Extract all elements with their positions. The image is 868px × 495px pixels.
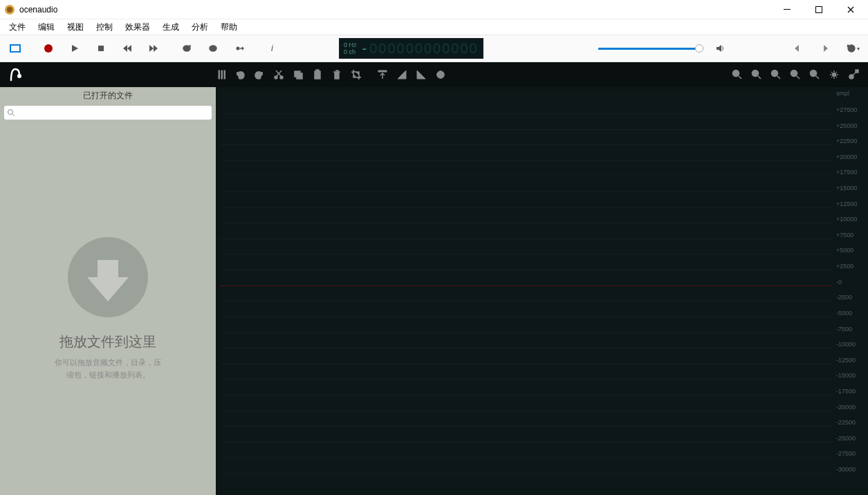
zoom-in-button[interactable] xyxy=(728,66,746,84)
svg-rect-11 xyxy=(221,71,223,79)
ruler-tick: -12500 xyxy=(836,357,856,364)
ruler-tick: -7500 xyxy=(836,326,852,333)
svg-point-21 xyxy=(439,73,442,76)
search-icon xyxy=(7,109,15,117)
sidebar: 已打开的文件 拖放文件到这里 你可以拖放音频文件，目录，压 缩包，链接和播放列表… xyxy=(0,87,216,495)
menu-analyze[interactable]: 分析 xyxy=(185,20,214,35)
marker-icon[interactable] xyxy=(844,66,862,84)
download-arrow-icon xyxy=(66,236,149,319)
play-button[interactable] xyxy=(65,39,84,58)
ruler-tick: -22500 xyxy=(836,419,856,426)
svg-rect-2 xyxy=(784,9,791,10)
paste-button[interactable] xyxy=(308,66,326,84)
menu-help[interactable]: 帮助 xyxy=(214,20,243,35)
loop-button[interactable] xyxy=(177,39,196,58)
main-content: 已打开的文件 拖放文件到这里 你可以拖放音频文件，目录，压 缩包，链接和播放列表… xyxy=(0,87,868,495)
history-button[interactable]: ▾ xyxy=(843,39,862,58)
crop-button[interactable] xyxy=(347,66,365,84)
svg-point-28 xyxy=(833,73,836,77)
ruler-tick: +27500 xyxy=(836,106,857,113)
nav-back-button[interactable] xyxy=(788,39,807,58)
minimize-button[interactable] xyxy=(771,0,803,19)
svg-text:i: i xyxy=(271,44,274,53)
svg-rect-3 xyxy=(816,6,822,12)
svg-point-24 xyxy=(772,71,778,77)
menu-generate[interactable]: 生成 xyxy=(156,20,185,35)
svg-rect-4 xyxy=(98,46,104,51)
delete-button[interactable] xyxy=(328,66,346,84)
zoom-fit-button[interactable] xyxy=(786,66,804,84)
redo-button[interactable] xyxy=(250,66,268,84)
undo-button[interactable] xyxy=(231,66,249,84)
zoom-vertical-button[interactable] xyxy=(806,66,824,84)
drop-title: 拖放文件到这里 xyxy=(59,333,156,351)
svg-point-31 xyxy=(8,110,13,115)
zoom-selection-button[interactable] xyxy=(767,66,785,84)
ruler-tick: -10000 xyxy=(836,341,856,348)
waveform-area: smpl +27500+25000+22500+20000+17500+1500… xyxy=(216,87,868,495)
stop-button[interactable] xyxy=(91,39,111,58)
fade-out-button[interactable] xyxy=(412,66,430,84)
ruler-tick: +20000 xyxy=(836,153,857,160)
loop-selection-button[interactable] xyxy=(203,39,223,58)
ruler-tick: -20000 xyxy=(836,404,856,411)
ruler-tick: +15000 xyxy=(836,185,857,192)
close-button[interactable] xyxy=(835,0,867,19)
drop-subtitle: 你可以拖放音频文件，目录，压 缩包，链接和播放列表。 xyxy=(55,357,161,381)
svg-rect-26 xyxy=(793,72,795,75)
drop-zone[interactable]: 拖放文件到这里 你可以拖放音频文件，目录，压 缩包，链接和播放列表。 xyxy=(0,122,216,495)
speaker-icon[interactable] xyxy=(710,39,730,58)
ruler-tick: +10000 xyxy=(836,216,857,223)
record-button[interactable] xyxy=(39,39,58,58)
waveform-canvas[interactable] xyxy=(220,91,832,495)
nav-forward-button[interactable] xyxy=(815,39,835,58)
ruler-tick: -0 xyxy=(836,279,842,286)
drag-handle-icon[interactable] xyxy=(213,66,231,84)
ruler-tick: -5000 xyxy=(836,310,852,317)
menubar: 文件 编辑 视图 控制 效果器 生成 分析 帮助 xyxy=(0,19,868,35)
effects-button[interactable] xyxy=(432,66,450,84)
window-controls xyxy=(771,0,867,19)
zoom-out-button[interactable] xyxy=(748,66,766,84)
menu-control[interactable]: 控制 xyxy=(90,20,119,35)
sidebar-header: 已打开的文件 xyxy=(0,87,216,106)
maximize-button[interactable] xyxy=(803,0,835,19)
svg-rect-30 xyxy=(856,70,858,73)
app-icon xyxy=(4,4,15,15)
menu-effects[interactable]: 效果器 xyxy=(119,20,156,35)
menu-view[interactable]: 视图 xyxy=(61,20,90,35)
fade-in-button[interactable] xyxy=(393,66,411,84)
time-digits: -000000000000 xyxy=(362,41,479,57)
window-title: ocenaudio xyxy=(19,5,771,15)
rewind-button[interactable] xyxy=(118,39,137,58)
ruler-tick: -15000 xyxy=(836,372,856,379)
ruler-tick: +12500 xyxy=(836,200,857,207)
svg-point-13 xyxy=(275,76,277,79)
info-button[interactable]: i xyxy=(263,39,282,58)
copy-button[interactable] xyxy=(289,66,307,84)
svg-point-6 xyxy=(237,47,240,50)
settings-icon[interactable] xyxy=(825,66,843,84)
svg-rect-10 xyxy=(219,71,220,79)
svg-point-5 xyxy=(212,48,214,50)
titlebar: ocenaudio xyxy=(0,0,868,19)
ruler-tick: +25000 xyxy=(836,122,857,129)
menu-edit[interactable]: 编辑 xyxy=(32,20,61,35)
sidebar-search[interactable] xyxy=(4,106,212,120)
ruler-tick: -2500 xyxy=(836,294,852,301)
svg-point-14 xyxy=(280,76,283,79)
channels-label: 0 ch xyxy=(344,48,357,55)
forward-button[interactable] xyxy=(144,39,163,58)
menu-file[interactable]: 文件 xyxy=(3,20,32,35)
selection-mode-button[interactable] xyxy=(6,39,25,58)
cut-button[interactable] xyxy=(270,66,288,84)
ruler-tick: +17500 xyxy=(836,169,857,176)
volume-slider[interactable] xyxy=(598,46,702,51)
svg-rect-19 xyxy=(378,71,387,72)
follow-cursor-button[interactable] xyxy=(230,39,249,58)
normalize-button[interactable] xyxy=(373,66,391,84)
ocenaudio-logo-icon xyxy=(6,65,25,84)
svg-rect-12 xyxy=(224,71,225,79)
svg-point-1 xyxy=(7,7,12,12)
time-display: 0 Hz 0 ch -000000000000 xyxy=(339,38,483,59)
